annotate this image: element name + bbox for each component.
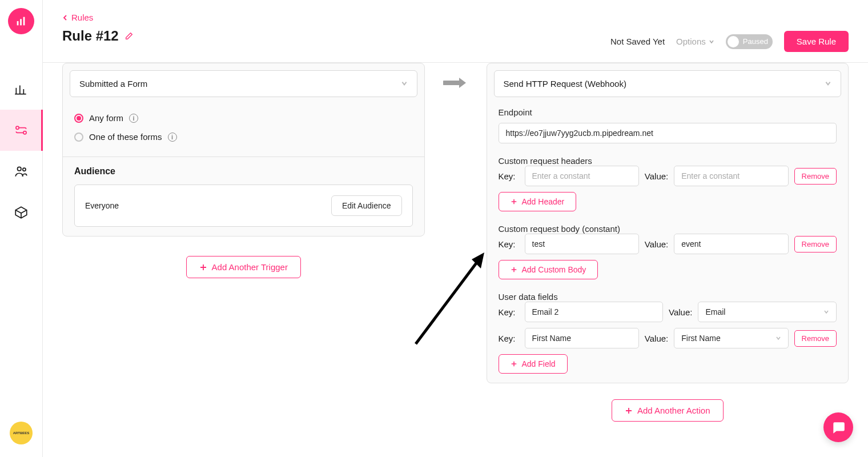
header: Rules Rule #12 Not Saved Yet Options Pau…: [43, 0, 868, 63]
audience-box: Everyone Edit Audience: [74, 185, 413, 227]
plus-icon: [511, 198, 517, 205]
app-logo[interactable]: [8, 8, 34, 34]
save-button[interactable]: Save Rule: [784, 31, 849, 52]
body-title: Custom request body (constant): [499, 224, 620, 234]
plus-icon: [511, 360, 517, 367]
nav-automation[interactable]: [0, 110, 43, 151]
add-body-label: Add Custom Body: [522, 265, 586, 274]
breadcrumb[interactable]: Rules: [62, 13, 134, 22]
value-label: Value:: [645, 171, 668, 181]
action-column: Send HTTP Request (Webhook) Endpoint Cus…: [487, 63, 849, 422]
flow-icon: [14, 123, 29, 138]
radio-label: Any form: [89, 113, 123, 123]
add-body-button[interactable]: Add Custom Body: [499, 260, 598, 279]
remove-header-button[interactable]: Remove: [794, 168, 837, 185]
header-key-input[interactable]: [525, 166, 639, 186]
value-label: Value:: [669, 307, 692, 317]
toggle-label: Paused: [743, 37, 768, 46]
page-title-text: Rule #12: [62, 28, 119, 44]
user-fields-title: User data fields: [499, 292, 558, 302]
chat-icon: [831, 420, 846, 435]
trigger-type-select[interactable]: Submitted a Form: [70, 70, 417, 97]
radio-one-of-forms[interactable]: One of these forms i: [74, 127, 413, 146]
package-icon: [14, 205, 29, 220]
avatar[interactable]: ARTBEES: [10, 422, 33, 444]
save-status: Not Saved Yet: [610, 37, 665, 46]
radio-off-icon: [74, 133, 83, 142]
body-row: Key: Value: Remove: [499, 234, 837, 254]
analytics-icon: [14, 82, 29, 97]
header-value-input[interactable]: [674, 166, 788, 186]
key-label: Key:: [499, 334, 519, 343]
options-dropdown[interactable]: Options: [676, 37, 714, 46]
trigger-column: Submitted a Form Any form i: [62, 63, 425, 278]
edit-audience-button[interactable]: Edit Audience: [331, 195, 402, 216]
user-key-input[interactable]: [525, 302, 664, 322]
remove-body-button[interactable]: Remove: [794, 236, 837, 252]
chevron-down-icon: [775, 335, 781, 341]
radio-on-icon: [74, 114, 83, 123]
action-type-select[interactable]: Send HTTP Request (Webhook): [494, 70, 842, 97]
body-key-input[interactable]: [525, 234, 639, 254]
svg-rect-0: [17, 21, 19, 25]
chevron-down-icon: [401, 79, 408, 89]
plus-icon: [625, 407, 633, 415]
endpoint-input[interactable]: [499, 123, 837, 143]
add-trigger-label: Add Another Trigger: [212, 262, 288, 272]
value-label: Value:: [645, 239, 668, 249]
avatar-label: ARTBEES: [13, 431, 30, 435]
add-header-button[interactable]: Add Header: [499, 192, 577, 211]
radio-label: One of these forms: [89, 132, 162, 142]
add-trigger-button[interactable]: Add Another Trigger: [186, 256, 301, 278]
edit-title-button[interactable]: [124, 28, 134, 44]
audience-value: Everyone: [85, 201, 119, 210]
add-action-button[interactable]: Add Another Action: [612, 399, 724, 422]
chevron-left-icon: [62, 15, 68, 21]
sidebar: ARTBEES: [0, 0, 43, 457]
svg-rect-2: [23, 17, 25, 26]
add-field-label: Add Field: [522, 359, 556, 368]
svg-point-7: [16, 126, 19, 129]
user-field-row: Key: Value: First Name Remove: [499, 328, 837, 348]
status-toggle[interactable]: Paused: [726, 34, 773, 49]
svg-point-10: [23, 168, 26, 171]
remove-user-field-button[interactable]: Remove: [794, 330, 837, 347]
radio-any-form[interactable]: Any form i: [74, 109, 413, 127]
endpoint-label: Endpoint: [499, 107, 837, 117]
flow-arrow-icon: [443, 75, 468, 92]
chevron-down-icon: [823, 309, 829, 315]
user-value-select[interactable]: Email: [698, 302, 837, 322]
action-select-label: Send HTTP Request (Webhook): [504, 79, 626, 89]
info-icon[interactable]: i: [168, 133, 177, 142]
nav-analytics[interactable]: [0, 69, 43, 110]
body-value-input[interactable]: [674, 234, 788, 254]
user-field-row: Key: Value: Email: [499, 302, 837, 322]
trigger-card: Submitted a Form Any form i: [62, 63, 425, 236]
people-icon: [14, 164, 29, 179]
info-icon[interactable]: i: [129, 114, 138, 123]
options-label: Options: [676, 37, 706, 46]
pencil-icon: [124, 31, 134, 41]
user-value-select[interactable]: First Name: [674, 328, 788, 348]
bar-chart-icon: [15, 15, 27, 27]
add-action-label: Add Another Action: [637, 406, 710, 415]
page-title: Rule #12: [62, 28, 134, 44]
add-field-button[interactable]: Add Field: [499, 354, 568, 374]
plus-icon: [199, 263, 207, 271]
value-label: Value:: [645, 334, 668, 343]
nav-products[interactable]: [0, 192, 43, 233]
select-value: Email: [705, 307, 725, 316]
action-card: Send HTTP Request (Webhook) Endpoint Cus…: [487, 63, 849, 383]
breadcrumb-label: Rules: [71, 13, 93, 22]
header-row: Key: Value: Remove: [499, 166, 837, 186]
svg-point-8: [23, 131, 26, 134]
chevron-down-icon: [825, 79, 831, 89]
nav-people[interactable]: [0, 151, 43, 192]
add-header-label: Add Header: [522, 197, 565, 206]
help-chat-button[interactable]: [823, 412, 853, 442]
key-label: Key:: [499, 239, 519, 249]
key-label: Key:: [499, 171, 519, 181]
key-label: Key:: [499, 307, 519, 317]
headers-title: Custom request headers: [499, 156, 592, 166]
user-key-input[interactable]: [525, 328, 639, 348]
